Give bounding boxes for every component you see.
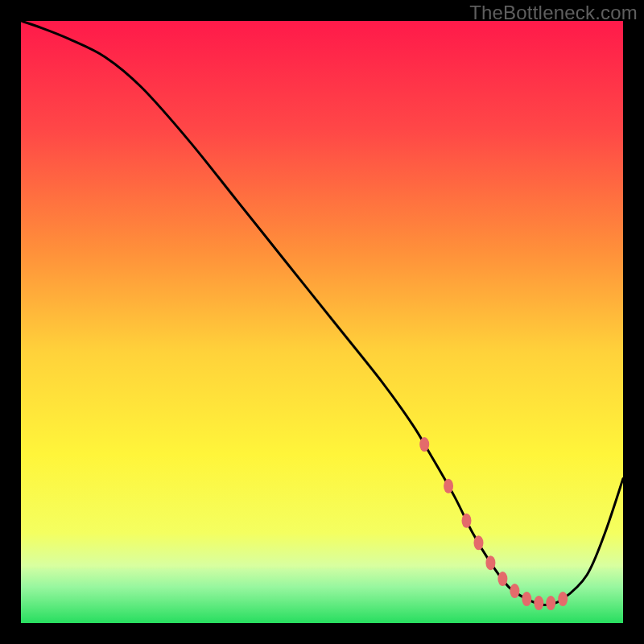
optimal-marker: [444, 479, 453, 493]
optimal-marker: [558, 592, 568, 606]
optimal-marker: [522, 592, 531, 606]
chart-svg: [21, 21, 623, 623]
optimal-marker: [462, 514, 472, 528]
svg-rect-0: [21, 569, 623, 623]
watermark-text: TheBottleneck.com: [469, 2, 638, 24]
optimal-marker: [474, 535, 484, 550]
plot-area: [21, 21, 623, 623]
gradient-rect: [21, 21, 623, 623]
optimal-marker: [546, 596, 555, 610]
optimal-marker: [485, 555, 495, 570]
optimal-marker: [510, 584, 519, 598]
optimal-band: [21, 569, 623, 623]
chart-frame: TheBottleneck.com: [0, 0, 644, 644]
optimal-marker: [497, 572, 507, 586]
optimal-marker: [534, 596, 543, 610]
optimal-marker: [419, 437, 429, 452]
